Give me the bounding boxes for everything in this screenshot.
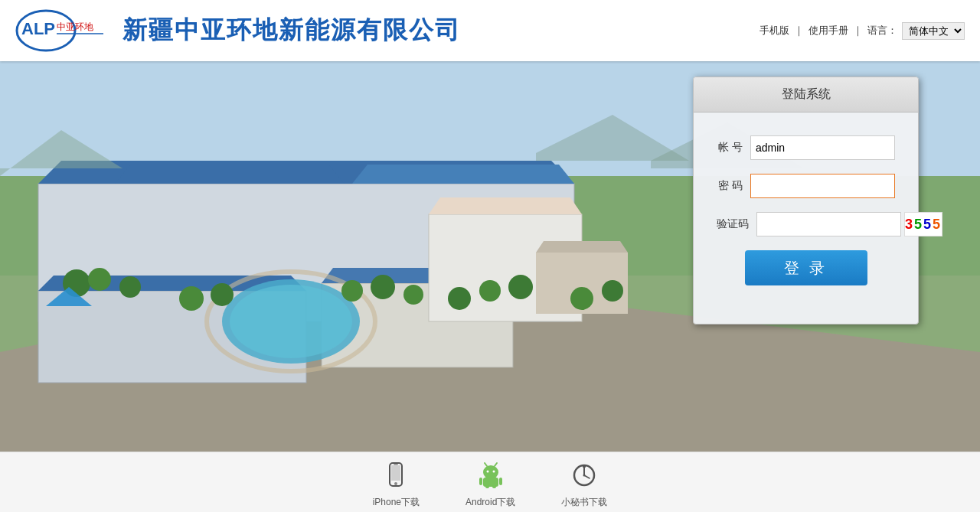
captcha-row: 验证码 3555 bbox=[717, 212, 895, 236]
svg-marker-10 bbox=[115, 165, 345, 184]
svg-rect-52 bbox=[485, 485, 489, 488]
android-label: Android下载 bbox=[466, 496, 515, 509]
account-label: 帐 号 bbox=[717, 141, 743, 155]
login-button-row: 登 录 bbox=[717, 250, 895, 285]
svg-point-28 bbox=[341, 280, 363, 302]
svg-rect-50 bbox=[479, 478, 482, 485]
svg-point-31 bbox=[448, 287, 471, 310]
svg-point-42 bbox=[394, 482, 397, 485]
svg-point-26 bbox=[179, 286, 204, 311]
svg-rect-58 bbox=[583, 465, 586, 468]
svg-text:ALP: ALP bbox=[21, 19, 55, 38]
download-row: iPhone下载 bbox=[0, 452, 980, 512]
divider2: ｜ bbox=[853, 24, 863, 38]
login-form: 帐 号 密 码 验证码 3555 登 录 bbox=[694, 113, 918, 293]
password-row: 密 码 bbox=[717, 174, 895, 198]
password-label: 密 码 bbox=[717, 179, 743, 193]
iphone-download[interactable]: iPhone下载 bbox=[373, 461, 420, 509]
password-input[interactable] bbox=[750, 174, 895, 198]
secretbook-label: 小秘书下载 bbox=[561, 496, 607, 509]
android-icon bbox=[479, 461, 503, 493]
svg-point-46 bbox=[492, 471, 495, 473]
svg-marker-17 bbox=[429, 197, 582, 214]
captcha-label: 验证码 bbox=[717, 217, 749, 231]
language-select[interactable]: 简体中文 bbox=[902, 22, 965, 40]
svg-rect-43 bbox=[394, 464, 398, 465]
svg-point-32 bbox=[479, 280, 501, 302]
svg-point-35 bbox=[602, 280, 623, 302]
svg-point-27 bbox=[211, 283, 234, 306]
header-right: 手机版 ｜ 使用手册 ｜ 语言： 简体中文 bbox=[760, 22, 965, 40]
svg-text:中亚环地: 中亚环地 bbox=[57, 21, 93, 32]
svg-point-30 bbox=[403, 285, 423, 305]
logo-icon: ALP 中亚环地 bbox=[15, 8, 115, 53]
captcha-input[interactable] bbox=[756, 212, 901, 236]
divider1: ｜ bbox=[794, 24, 804, 38]
svg-rect-53 bbox=[492, 485, 496, 488]
main-area: 登陆系统 帐 号 密 码 验证码 3555 登 bbox=[0, 61, 980, 452]
svg-point-34 bbox=[570, 287, 593, 310]
svg-rect-49 bbox=[483, 478, 498, 487]
login-dialog: 登陆系统 帐 号 密 码 验证码 3555 登 bbox=[693, 77, 919, 324]
secretbook-icon bbox=[572, 461, 596, 493]
svg-marker-19 bbox=[536, 241, 628, 253]
account-row: 帐 号 bbox=[717, 135, 895, 160]
iphone-label: iPhone下载 bbox=[373, 496, 420, 509]
header: ALP 中亚环地 新疆中亚环地新能源有限公司 手机版 ｜ 使用手册 ｜ 语言： … bbox=[0, 0, 980, 61]
lang-label: 语言： bbox=[867, 24, 897, 38]
svg-point-25 bbox=[119, 276, 141, 298]
logo-area: ALP 中亚环地 新疆中亚环地新能源有限公司 bbox=[15, 8, 760, 53]
svg-point-24 bbox=[88, 268, 111, 291]
manual-link[interactable]: 使用手册 bbox=[808, 24, 848, 38]
svg-rect-51 bbox=[499, 478, 502, 485]
company-name: 新疆中亚环地新能源有限公司 bbox=[122, 14, 461, 47]
account-input[interactable] bbox=[750, 135, 895, 160]
svg-line-48 bbox=[495, 463, 497, 466]
svg-rect-41 bbox=[391, 465, 400, 481]
svg-line-47 bbox=[485, 463, 487, 466]
svg-point-33 bbox=[508, 275, 533, 299]
footer-area: iPhone下载 bbox=[0, 452, 980, 512]
mobile-link[interactable]: 手机版 bbox=[760, 24, 789, 38]
android-download[interactable]: Android下载 bbox=[466, 461, 515, 509]
login-button[interactable]: 登 录 bbox=[745, 250, 867, 285]
svg-point-29 bbox=[371, 275, 395, 299]
svg-marker-11 bbox=[352, 165, 574, 184]
login-title: 登陆系统 bbox=[694, 77, 918, 113]
captcha-image[interactable]: 3555 bbox=[904, 212, 942, 236]
svg-point-45 bbox=[486, 471, 488, 473]
iphone-icon bbox=[384, 461, 408, 493]
svg-point-21 bbox=[230, 285, 352, 358]
svg-line-57 bbox=[584, 475, 590, 478]
svg-point-44 bbox=[483, 465, 498, 479]
secretbook-download[interactable]: 小秘书下载 bbox=[561, 461, 607, 509]
